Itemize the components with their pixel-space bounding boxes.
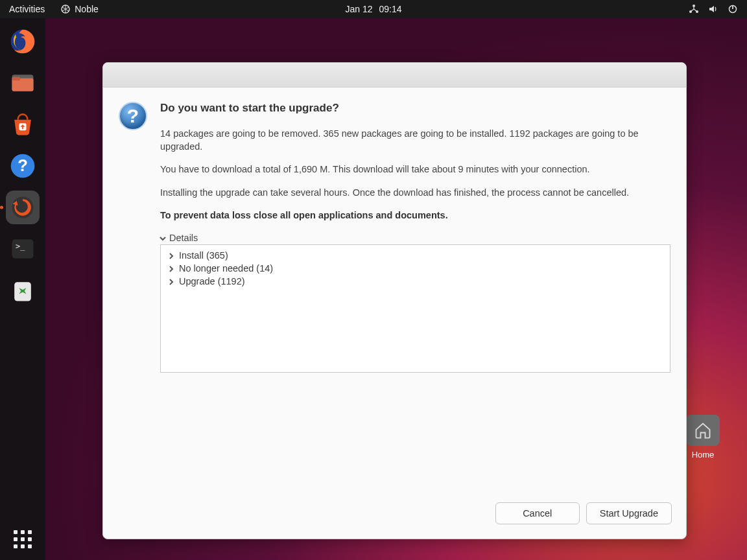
top-bar: Activities Noble Jan 12 09:14 [0, 0, 747, 18]
start-upgrade-button[interactable]: Start Upgrade [586, 502, 672, 524]
cancel-button[interactable]: Cancel [495, 502, 580, 524]
dialog-title: Do you want to start the upgrade? [160, 102, 670, 115]
svg-text:>_: >_ [16, 242, 25, 251]
dialog-text-1: 14 packages are going to be removed. 365… [160, 128, 670, 153]
tree-row-label: No longer needed (14) [179, 263, 273, 274]
help-icon: ? [8, 152, 37, 180]
app-name-label: Noble [75, 4, 99, 14]
network-icon[interactable] [689, 4, 699, 14]
chevron-right-icon [167, 277, 175, 285]
chevron-right-icon [167, 251, 175, 259]
chevron-down-icon [159, 234, 167, 242]
dock: ? >_ [0, 18, 45, 560]
dock-item-files[interactable] [6, 66, 40, 100]
dialog-text-warning: To prevent data loss close all open appl… [160, 209, 670, 222]
chevron-right-icon [167, 264, 175, 272]
terminal-icon: >_ [8, 235, 37, 263]
dock-item-updater[interactable] [6, 191, 40, 224]
software-icon [8, 110, 37, 139]
home-icon [694, 421, 712, 439]
dock-item-firefox[interactable] [6, 25, 40, 58]
trash-icon [8, 276, 37, 305]
desktop-icon-label: Home [692, 450, 715, 460]
dock-item-help[interactable]: ? [6, 149, 40, 183]
tree-row-remove[interactable]: No longer needed (14) [166, 262, 665, 275]
tree-row-label: Install (365) [179, 250, 228, 261]
dialog-text-2: You have to download a total of 1,690 M.… [160, 163, 670, 176]
files-icon [8, 69, 37, 97]
dock-item-software[interactable] [6, 108, 40, 141]
details-expander[interactable]: Details [159, 233, 670, 243]
svg-point-1 [693, 5, 695, 7]
dock-item-terminal[interactable]: >_ [6, 232, 40, 266]
details-tree[interactable]: Install (365) No longer needed (14) Upgr… [160, 244, 670, 373]
volume-icon[interactable] [708, 4, 718, 14]
desktop-icon-home[interactable]: Home [686, 415, 720, 460]
dock-item-trash[interactable] [6, 274, 40, 307]
dialog-text-3: Installing the upgrade can take several … [160, 187, 670, 200]
svg-text:?: ? [18, 156, 28, 174]
tree-row-install[interactable]: Install (365) [166, 249, 665, 262]
app-menu[interactable]: Noble [60, 4, 99, 14]
time-label: 09:14 [379, 4, 402, 14]
svg-rect-9 [12, 77, 21, 81]
power-icon[interactable] [728, 4, 738, 14]
dialog-titlebar[interactable] [103, 63, 686, 88]
tree-row-label: Upgrade (1192) [179, 276, 245, 286]
show-apps-button[interactable] [14, 530, 32, 548]
activities-button[interactable]: Activities [9, 4, 45, 14]
details-label: Details [169, 233, 198, 243]
date-label: Jan 12 [345, 4, 372, 14]
tree-row-upgrade[interactable]: Upgrade (1192) [166, 275, 665, 288]
app-icon [60, 4, 71, 14]
question-icon: ? [119, 102, 147, 130]
updater-icon [8, 193, 37, 222]
upgrade-dialog: ? Do you want to start the upgrade? 14 p… [102, 62, 687, 539]
clock[interactable]: Jan 12 09:14 [345, 4, 401, 14]
firefox-icon [8, 27, 37, 56]
